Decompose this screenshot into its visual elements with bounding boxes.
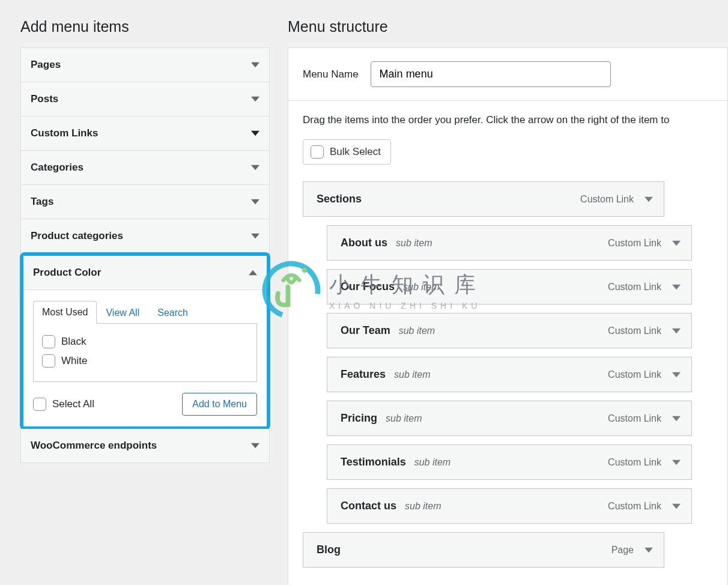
caret-down-icon xyxy=(251,232,259,240)
caret-down-icon xyxy=(251,441,259,450)
menu-item[interactable]: Our Teamsub itemCustom Link xyxy=(327,313,692,348)
menu-item-title: Pricing xyxy=(341,412,377,425)
menu-item-title: Our Team xyxy=(341,324,390,337)
menu-item[interactable]: Testimonialssub itemCustom Link xyxy=(327,444,692,480)
menu-item[interactable]: About ussub itemCustom Link xyxy=(327,225,692,261)
caret-down-icon xyxy=(251,95,259,103)
sub-item-label: sub item xyxy=(405,501,441,512)
menu-name-input[interactable] xyxy=(371,61,611,87)
menu-item-title: Blog xyxy=(317,544,341,556)
sub-item-label: sub item xyxy=(414,457,450,468)
menu-item-type: Custom Link xyxy=(608,501,661,512)
metabox-label: Product categories xyxy=(31,230,123,242)
menu-item[interactable]: SectionsCustom Link xyxy=(303,181,664,217)
metabox-custom-links[interactable]: Custom Links xyxy=(21,117,269,150)
checkbox-label: White xyxy=(61,355,87,367)
sub-item-label: sub item xyxy=(386,413,422,424)
metabox-product-color[interactable]: Product Color xyxy=(23,256,267,290)
add-to-menu-button[interactable]: Add to Menu xyxy=(182,393,257,416)
metabox-tags[interactable]: Tags xyxy=(21,185,269,219)
caret-up-icon xyxy=(249,268,257,277)
caret-down-icon xyxy=(251,61,259,69)
caret-down-icon[interactable] xyxy=(672,414,681,423)
tab-view-all[interactable]: View All xyxy=(97,302,148,324)
menu-item-type: Custom Link xyxy=(608,413,661,424)
caret-down-icon[interactable] xyxy=(672,283,681,291)
tab-search[interactable]: Search xyxy=(148,302,197,324)
menu-item-type: Custom Link xyxy=(580,194,634,205)
caret-down-icon xyxy=(251,198,259,206)
caret-down-icon[interactable] xyxy=(672,502,681,511)
menu-item-title: Features xyxy=(341,368,386,381)
caret-down-icon[interactable] xyxy=(672,371,681,379)
caret-down-icon xyxy=(251,129,259,138)
sub-item-label: sub item xyxy=(394,369,430,380)
sub-item-label: sub item xyxy=(399,326,435,336)
menu-item-type: Custom Link xyxy=(608,326,661,336)
menu-item-type: Custom Link xyxy=(608,457,661,468)
menu-item-type: Page xyxy=(611,545,634,556)
bulk-select-toggle[interactable]: Bulk Select xyxy=(303,139,391,165)
metabox-label: Categories xyxy=(31,162,83,174)
caret-down-icon[interactable] xyxy=(672,458,681,467)
caret-down-icon[interactable] xyxy=(645,195,653,204)
checkbox-label: Black xyxy=(61,336,86,348)
metabox-label: Product Color xyxy=(33,267,101,279)
metabox-label: Pages xyxy=(31,59,61,71)
menu-item[interactable]: Our Focussub itemCustom Link xyxy=(327,269,692,305)
bulk-select-checkbox[interactable] xyxy=(311,145,324,159)
highlight-box: Product Color Most Used View All Search … xyxy=(20,252,270,430)
caret-down-icon[interactable] xyxy=(645,546,653,554)
menu-item[interactable]: Contact ussub itemCustom Link xyxy=(327,488,692,524)
metabox-woocommerce-endpoints[interactable]: WooCommerce endpoints xyxy=(21,429,269,462)
menu-item-type: Custom Link xyxy=(608,369,661,380)
sub-item-label: sub item xyxy=(403,282,439,292)
select-all-label: Select All xyxy=(52,398,94,410)
menu-item-type: Custom Link xyxy=(608,238,661,249)
metabox-pages[interactable]: Pages xyxy=(21,48,269,82)
menu-items-list: SectionsCustom LinkAbout ussub itemCusto… xyxy=(303,181,713,568)
menu-item[interactable]: BlogPage xyxy=(303,532,664,568)
checkbox-black[interactable] xyxy=(42,335,55,348)
menu-name-label: Menu Name xyxy=(303,68,359,80)
checkbox-white[interactable] xyxy=(42,354,55,368)
metabox-label: Custom Links xyxy=(31,127,98,139)
tab-most-used[interactable]: Most Used xyxy=(33,301,97,324)
menu-item-type: Custom Link xyxy=(608,282,661,292)
bulk-select-label: Bulk Select xyxy=(330,146,381,158)
menu-item-title: About us xyxy=(341,237,387,249)
metabox-posts[interactable]: Posts xyxy=(21,82,269,116)
metabox-accordion: Pages Posts Custom Links Categories xyxy=(20,47,270,463)
menu-item-title: Contact us xyxy=(341,500,396,512)
metabox-product-categories[interactable]: Product categories xyxy=(21,219,269,253)
menu-structure-heading: Menu structure xyxy=(288,18,728,35)
caret-down-icon xyxy=(251,163,259,172)
menu-item-title: Sections xyxy=(317,193,362,205)
menu-item[interactable]: Pricingsub itemCustom Link xyxy=(327,401,692,436)
metabox-label: WooCommerce endpoints xyxy=(31,440,157,452)
caret-down-icon[interactable] xyxy=(672,239,681,247)
metabox-label: Tags xyxy=(31,196,53,208)
checkbox-select-all[interactable] xyxy=(33,398,46,411)
metabox-categories[interactable]: Categories xyxy=(21,151,269,184)
caret-down-icon[interactable] xyxy=(672,327,681,335)
menu-item-title: Testimonials xyxy=(341,456,406,468)
menu-item-title: Our Focus xyxy=(341,280,395,293)
instructions-text: Drag the items into the order you prefer… xyxy=(303,114,713,126)
menu-item[interactable]: Featuressub itemCustom Link xyxy=(327,357,692,392)
add-menu-items-heading: Add menu items xyxy=(20,18,270,35)
sub-item-label: sub item xyxy=(396,238,432,249)
metabox-tabs: Most Used View All Search xyxy=(33,301,257,324)
metabox-label: Posts xyxy=(31,93,58,105)
